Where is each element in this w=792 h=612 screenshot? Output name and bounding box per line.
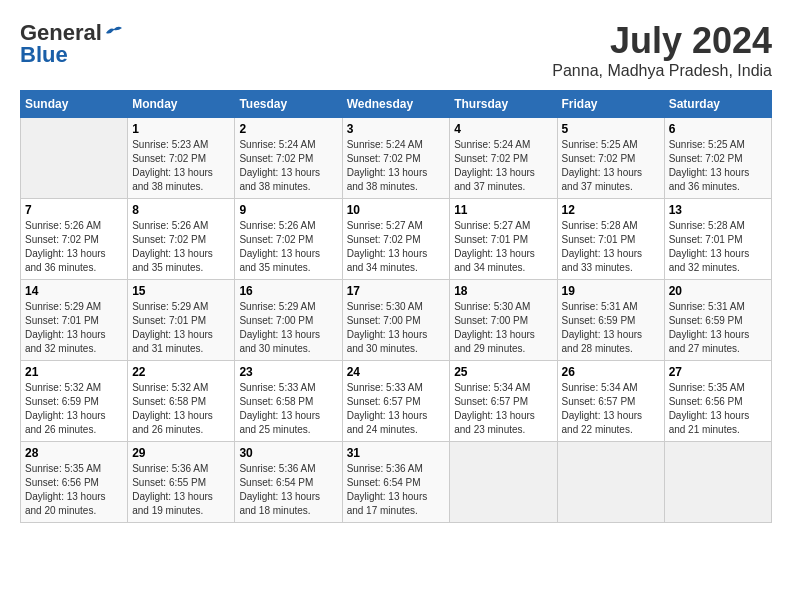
sunrise-text: Sunrise: 5:35 AM (669, 382, 745, 393)
calendar-title: July 2024 (552, 20, 772, 62)
day-info: Sunrise: 5:36 AMSunset: 6:54 PMDaylight:… (347, 462, 446, 518)
day-number: 27 (669, 365, 767, 379)
day-number: 13 (669, 203, 767, 217)
sunset-text: Sunset: 6:56 PM (25, 477, 99, 488)
calendar-cell: 24Sunrise: 5:33 AMSunset: 6:57 PMDayligh… (342, 361, 450, 442)
day-number: 12 (562, 203, 660, 217)
sunset-text: Sunset: 7:02 PM (454, 153, 528, 164)
daylight-text: Daylight: 13 hours and 36 minutes. (669, 167, 750, 192)
sunset-text: Sunset: 6:54 PM (347, 477, 421, 488)
calendar-week-row: 28Sunrise: 5:35 AMSunset: 6:56 PMDayligh… (21, 442, 772, 523)
calendar-cell: 16Sunrise: 5:29 AMSunset: 7:00 PMDayligh… (235, 280, 342, 361)
sunrise-text: Sunrise: 5:23 AM (132, 139, 208, 150)
logo-bird-icon (104, 25, 124, 41)
daylight-text: Daylight: 13 hours and 33 minutes. (562, 248, 643, 273)
sunset-text: Sunset: 7:02 PM (132, 153, 206, 164)
sunset-text: Sunset: 7:02 PM (239, 153, 313, 164)
sunrise-text: Sunrise: 5:36 AM (347, 463, 423, 474)
sunrise-text: Sunrise: 5:36 AM (239, 463, 315, 474)
sunset-text: Sunset: 7:02 PM (132, 234, 206, 245)
daylight-text: Daylight: 13 hours and 25 minutes. (239, 410, 320, 435)
day-info: Sunrise: 5:27 AMSunset: 7:02 PMDaylight:… (347, 219, 446, 275)
day-number: 22 (132, 365, 230, 379)
calendar-cell: 14Sunrise: 5:29 AMSunset: 7:01 PMDayligh… (21, 280, 128, 361)
sunrise-text: Sunrise: 5:29 AM (25, 301, 101, 312)
sunrise-text: Sunrise: 5:30 AM (454, 301, 530, 312)
day-number: 16 (239, 284, 337, 298)
daylight-text: Daylight: 13 hours and 20 minutes. (25, 491, 106, 516)
sunset-text: Sunset: 6:54 PM (239, 477, 313, 488)
day-number: 30 (239, 446, 337, 460)
sunrise-text: Sunrise: 5:25 AM (562, 139, 638, 150)
day-info: Sunrise: 5:36 AMSunset: 6:54 PMDaylight:… (239, 462, 337, 518)
daylight-text: Daylight: 13 hours and 38 minutes. (239, 167, 320, 192)
day-number: 25 (454, 365, 552, 379)
sunset-text: Sunset: 7:01 PM (454, 234, 528, 245)
sunset-text: Sunset: 7:00 PM (347, 315, 421, 326)
sunrise-text: Sunrise: 5:24 AM (347, 139, 423, 150)
day-number: 2 (239, 122, 337, 136)
calendar-cell: 9Sunrise: 5:26 AMSunset: 7:02 PMDaylight… (235, 199, 342, 280)
day-number: 28 (25, 446, 123, 460)
day-info: Sunrise: 5:28 AMSunset: 7:01 PMDaylight:… (562, 219, 660, 275)
daylight-text: Daylight: 13 hours and 19 minutes. (132, 491, 213, 516)
day-info: Sunrise: 5:31 AMSunset: 6:59 PMDaylight:… (669, 300, 767, 356)
sunrise-text: Sunrise: 5:35 AM (25, 463, 101, 474)
day-number: 17 (347, 284, 446, 298)
daylight-text: Daylight: 13 hours and 38 minutes. (347, 167, 428, 192)
daylight-text: Daylight: 13 hours and 35 minutes. (132, 248, 213, 273)
sunrise-text: Sunrise: 5:36 AM (132, 463, 208, 474)
day-number: 11 (454, 203, 552, 217)
daylight-text: Daylight: 13 hours and 30 minutes. (347, 329, 428, 354)
day-info: Sunrise: 5:32 AMSunset: 6:59 PMDaylight:… (25, 381, 123, 437)
sunrise-text: Sunrise: 5:28 AM (669, 220, 745, 231)
sunrise-text: Sunrise: 5:31 AM (669, 301, 745, 312)
calendar-cell: 31Sunrise: 5:36 AMSunset: 6:54 PMDayligh… (342, 442, 450, 523)
daylight-text: Daylight: 13 hours and 26 minutes. (25, 410, 106, 435)
sunrise-text: Sunrise: 5:31 AM (562, 301, 638, 312)
sunset-text: Sunset: 6:59 PM (25, 396, 99, 407)
day-number: 10 (347, 203, 446, 217)
sunset-text: Sunset: 7:02 PM (25, 234, 99, 245)
calendar-cell (557, 442, 664, 523)
day-info: Sunrise: 5:30 AMSunset: 7:00 PMDaylight:… (454, 300, 552, 356)
calendar-cell: 20Sunrise: 5:31 AMSunset: 6:59 PMDayligh… (664, 280, 771, 361)
calendar-header-row: SundayMondayTuesdayWednesdayThursdayFrid… (21, 91, 772, 118)
sunset-text: Sunset: 6:57 PM (347, 396, 421, 407)
day-number: 29 (132, 446, 230, 460)
day-number: 4 (454, 122, 552, 136)
day-info: Sunrise: 5:31 AMSunset: 6:59 PMDaylight:… (562, 300, 660, 356)
day-info: Sunrise: 5:24 AMSunset: 7:02 PMDaylight:… (454, 138, 552, 194)
calendar-cell: 28Sunrise: 5:35 AMSunset: 6:56 PMDayligh… (21, 442, 128, 523)
day-info: Sunrise: 5:29 AMSunset: 7:00 PMDaylight:… (239, 300, 337, 356)
day-info: Sunrise: 5:25 AMSunset: 7:02 PMDaylight:… (562, 138, 660, 194)
day-header-sunday: Sunday (21, 91, 128, 118)
day-info: Sunrise: 5:23 AMSunset: 7:02 PMDaylight:… (132, 138, 230, 194)
page-header: General Blue July 2024 Panna, Madhya Pra… (20, 20, 772, 80)
day-info: Sunrise: 5:29 AMSunset: 7:01 PMDaylight:… (132, 300, 230, 356)
sunrise-text: Sunrise: 5:26 AM (132, 220, 208, 231)
day-info: Sunrise: 5:34 AMSunset: 6:57 PMDaylight:… (562, 381, 660, 437)
day-number: 3 (347, 122, 446, 136)
title-block: July 2024 Panna, Madhya Pradesh, India (552, 20, 772, 80)
sunset-text: Sunset: 6:56 PM (669, 396, 743, 407)
daylight-text: Daylight: 13 hours and 23 minutes. (454, 410, 535, 435)
day-number: 20 (669, 284, 767, 298)
daylight-text: Daylight: 13 hours and 37 minutes. (562, 167, 643, 192)
day-info: Sunrise: 5:28 AMSunset: 7:01 PMDaylight:… (669, 219, 767, 275)
day-header-friday: Friday (557, 91, 664, 118)
day-number: 15 (132, 284, 230, 298)
daylight-text: Daylight: 13 hours and 22 minutes. (562, 410, 643, 435)
sunrise-text: Sunrise: 5:25 AM (669, 139, 745, 150)
day-info: Sunrise: 5:25 AMSunset: 7:02 PMDaylight:… (669, 138, 767, 194)
day-header-monday: Monday (128, 91, 235, 118)
calendar-cell: 5Sunrise: 5:25 AMSunset: 7:02 PMDaylight… (557, 118, 664, 199)
sunrise-text: Sunrise: 5:28 AM (562, 220, 638, 231)
calendar-cell: 13Sunrise: 5:28 AMSunset: 7:01 PMDayligh… (664, 199, 771, 280)
calendar-cell (664, 442, 771, 523)
calendar-week-row: 7Sunrise: 5:26 AMSunset: 7:02 PMDaylight… (21, 199, 772, 280)
calendar-cell: 22Sunrise: 5:32 AMSunset: 6:58 PMDayligh… (128, 361, 235, 442)
daylight-text: Daylight: 13 hours and 29 minutes. (454, 329, 535, 354)
daylight-text: Daylight: 13 hours and 28 minutes. (562, 329, 643, 354)
calendar-cell: 4Sunrise: 5:24 AMSunset: 7:02 PMDaylight… (450, 118, 557, 199)
